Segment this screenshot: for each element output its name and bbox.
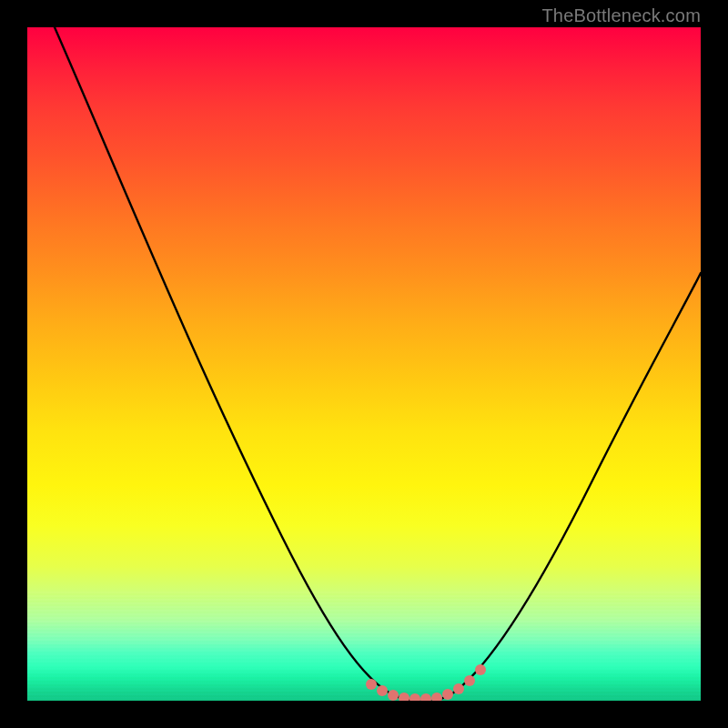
curve-layer <box>27 27 701 701</box>
marker-dot <box>442 689 453 700</box>
marker-dot <box>420 693 431 701</box>
plot-area <box>27 27 701 701</box>
watermark-text: TheBottleneck.com <box>541 5 701 26</box>
chart-frame: TheBottleneck.com <box>0 0 728 728</box>
marker-dot <box>388 690 399 701</box>
marker-dot <box>410 693 420 701</box>
bottleneck-curve-path <box>55 27 701 701</box>
marker-dot <box>377 685 388 696</box>
marker-dot <box>475 664 486 675</box>
marker-dot <box>453 683 464 694</box>
marker-dot <box>366 679 377 690</box>
bottom-marker-group <box>366 664 486 701</box>
marker-dot <box>464 675 475 686</box>
marker-dot <box>431 693 442 701</box>
marker-dot <box>399 693 410 701</box>
